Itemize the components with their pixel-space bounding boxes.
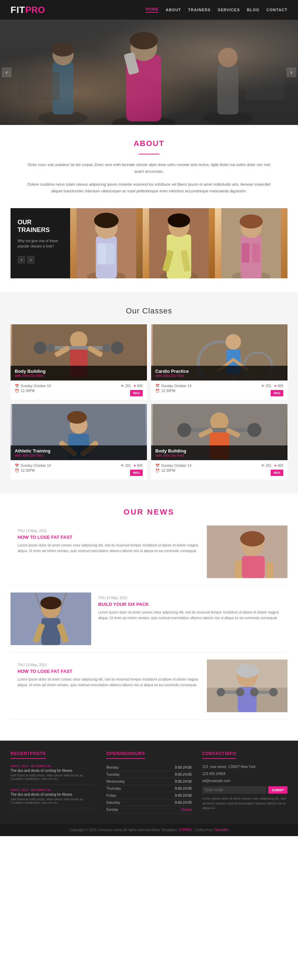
class-stats-4: 👁 201 ♥ 400 (261, 464, 283, 468)
svg-point-10 (130, 32, 158, 49)
nav-blog[interactable]: BLOG (247, 8, 260, 12)
class-title-3: Athletic Training (15, 448, 143, 453)
hero-prev-button[interactable]: ‹ (2, 67, 11, 77)
trainer-2-svg (143, 208, 215, 278)
class-info-2: 📅 Sunday October 14 ⏰ 12:30PM 👁 201 (151, 380, 287, 400)
trainer-prev-button[interactable]: ‹ (17, 256, 25, 264)
news-item-1: THU 14 May, 2015 HOW TO LOSE FAT FAST Lo… (11, 525, 287, 585)
news-3-svg (207, 660, 287, 712)
hours-time-6: 9:00-24:00 (175, 801, 192, 805)
hero-slider: ‹ › (0, 20, 298, 125)
heart-icon-2: ♥ (274, 384, 276, 388)
svg-point-42 (47, 344, 55, 352)
news-text-2: THU 14 May, 2015 BUILD YOUR SIX PACK Lor… (91, 592, 287, 645)
trainer-nav-buttons: ‹ › (17, 256, 63, 264)
footer-post-date-1: April 5, 2014 - By Robert Lie... (11, 764, 96, 768)
svg-rect-12 (17, 72, 60, 100)
contact-footer-text: Lorem ipsum dolor sit amet consec cetur … (202, 796, 287, 811)
class-register-btn-2[interactable]: reg (271, 390, 283, 396)
eye-icon-4: 👁 (261, 464, 265, 468)
hero-next-button[interactable]: › (287, 67, 296, 77)
hours-day-2: Tuesday (106, 773, 120, 776)
class-title-2: Cardio Practice (155, 369, 283, 374)
svg-point-66 (178, 423, 192, 437)
class-title-1: Body Building (15, 369, 143, 374)
hours-day-3: Wednesday (106, 780, 125, 783)
news-image-2 (11, 592, 91, 645)
class-register-btn-3[interactable]: reg (130, 469, 143, 476)
footer-contact-title: CONTACTINFO (202, 751, 236, 759)
class-time-4: 12:30PM (161, 469, 175, 473)
contact-email-input[interactable] (202, 786, 267, 794)
class-time-3: 12:30PM (21, 469, 35, 473)
footer-post-date-2: April 5, 2014 - By Robert Lie... (11, 788, 96, 792)
hours-day-6: Saturday (106, 801, 120, 805)
svg-rect-74 (235, 560, 242, 578)
about-divider (138, 154, 160, 154)
class-image-1: Body Building with John Da Vinci (11, 325, 147, 380)
svg-rect-80 (41, 618, 60, 645)
clock-icon-2: ⏰ (155, 389, 160, 393)
classes-section: Our Classes (0, 293, 298, 493)
svg-point-81 (40, 597, 61, 609)
copyright-link-2[interactable]: TemplMo (214, 828, 229, 832)
news-2-svg (11, 592, 91, 645)
clock-icon-3: ⏰ (15, 469, 19, 473)
about-section: ABOUT Dolor nunc vulc putateur lai dei c… (0, 125, 298, 208)
copyright-bar: Copyright © 2015 Company name All rights… (0, 824, 298, 836)
hero-scene (0, 20, 298, 125)
logo-fit: FIT (11, 5, 25, 16)
about-text: Dolor nunc vulc putateur lai dei corpac … (23, 161, 275, 194)
hours-time-2: 9:00-24:00 (175, 773, 192, 776)
hours-list: Monday9:00-24:00Tuesday9:00-24:00Wednesd… (106, 764, 192, 813)
svg-point-67 (247, 423, 262, 437)
trainer-next-button[interactable]: › (27, 256, 35, 264)
hours-day-1: Monday (106, 765, 119, 769)
class-instructor-2: with John Da Vinci (155, 374, 283, 378)
news-image-3 (207, 660, 287, 712)
class-likes-4: ♥ 400 (274, 464, 283, 468)
class-meta-3: 📅 Sunday October 14 ⏰ 12:30PM (15, 464, 51, 473)
copyright-link-1[interactable]: FITPRO (179, 828, 192, 832)
hours-day-4: Thursday (106, 787, 121, 791)
news-image-1 (207, 525, 287, 578)
class-date-row-2: 📅 Sunday October 14 (155, 384, 192, 388)
trainers-section: OURTRAINERS Why not give one of these po… (0, 208, 298, 293)
heart-icon-3: ♥ (133, 464, 136, 468)
footer-post-1: April 5, 2014 - By Robert Lie... The dos… (11, 764, 96, 784)
nav-trainers[interactable]: TRAINERS (188, 8, 211, 12)
class-register-btn-1[interactable]: reg (130, 390, 143, 396)
nav-about[interactable]: ABOUT (165, 8, 181, 12)
contact-submit-button[interactable]: SUBMIT (268, 786, 287, 794)
svg-rect-20 (106, 243, 115, 264)
class-info-1: 📅 Sunday October 14 ⏰ 12:30PM 👁 201 (11, 380, 147, 400)
nav-contact[interactable]: CONTACT (266, 8, 287, 12)
calendar-icon-3: 📅 (15, 464, 19, 468)
calendar-icon-1: 📅 (15, 384, 19, 388)
eye-icon-2: 👁 (261, 384, 265, 388)
svg-rect-33 (242, 243, 250, 262)
news-1-svg (207, 525, 287, 578)
trainer-3-svg (215, 208, 287, 278)
footer-post-2: April 5, 2014 - By Robert Lie... The dos… (11, 788, 96, 808)
class-image-2: Cardio Practice with John Da Vinci (151, 325, 287, 380)
footer-post-meta-2: Sed rhoncus nulla turpis, vitae rutrum v… (11, 797, 96, 805)
nav-home[interactable]: HOME (146, 7, 159, 13)
about-text-1: Dolor nunc vulc putateur lai dei corpac … (28, 162, 270, 173)
footer-recent-posts: RECENTPOSTS April 5, 2014 - By Robert Li… (11, 751, 96, 813)
svg-point-73 (240, 531, 265, 547)
calendar-icon-2: 📅 (155, 384, 160, 388)
hours-time-4: 9:00-24:00 (175, 787, 192, 791)
class-card-3: Athletic Training with John Da Vinci 📅 S… (11, 404, 147, 479)
nav-services[interactable]: SERVICES (218, 8, 240, 12)
svg-point-18 (94, 213, 119, 228)
class-title-4: Body Building (155, 448, 283, 453)
class-date-row-4: 📅 Sunday October 14 (155, 464, 192, 468)
hours-time-7: Closed (181, 808, 192, 811)
about-text-2: Dolore condime nelus tulam uteuus adipis… (27, 182, 270, 193)
class-register-btn-4[interactable]: reg (271, 469, 283, 476)
class-date-row-1: 📅 Sunday October 14 (15, 384, 51, 388)
eye-icon-3: 👁 (120, 464, 124, 468)
footer-opening-hours: OPENINGHOURS Monday9:00-24:00Tuesday9:00… (106, 751, 192, 813)
clock-icon-4: ⏰ (155, 469, 160, 473)
